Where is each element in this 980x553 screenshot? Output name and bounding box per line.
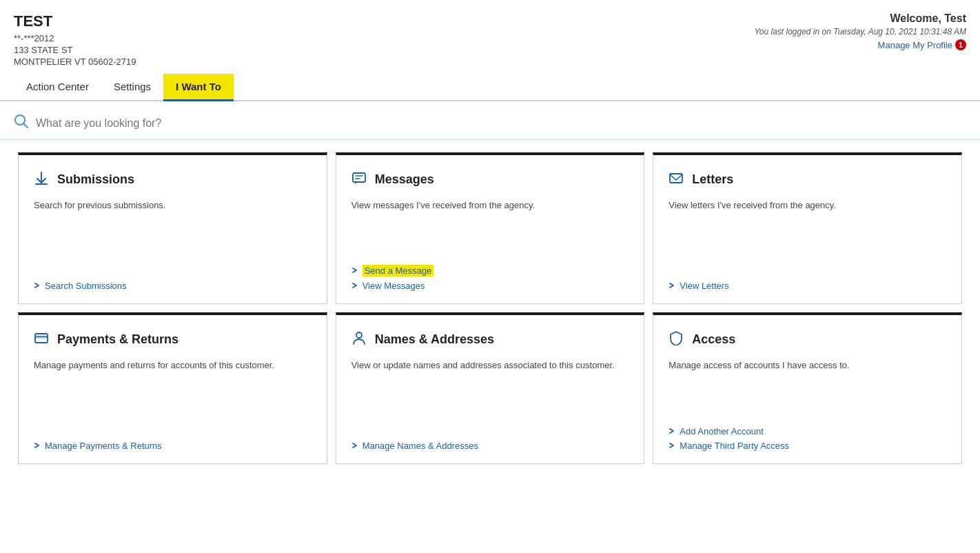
card-header: Submissions [34, 170, 312, 189]
message-icon [351, 170, 367, 189]
notification-badge: 1 [955, 39, 966, 50]
last-login: You last logged in on Tuesday, Aug 10, 2… [754, 27, 966, 37]
link-label: Manage Third Party Access [680, 441, 789, 451]
link-label: View Letters [680, 281, 728, 291]
card-links: Add Another Account Manage Third Party A… [668, 426, 946, 451]
card-description: View letters I've received from the agen… [668, 199, 946, 270]
card-title: Messages [375, 172, 434, 187]
card-description: Manage access of accounts I have access … [668, 359, 946, 415]
card-header: Letters [668, 170, 946, 189]
card-links: Search Submissions [34, 281, 312, 291]
card-description: View or update names and addresses assoc… [351, 359, 629, 430]
link-label: View Messages [363, 281, 425, 291]
card-access: Access Manage access of accounts I have … [653, 312, 962, 464]
svg-point-8 [356, 332, 362, 338]
chevron-icon [351, 267, 358, 275]
link-label: Add Another Account [680, 426, 763, 436]
search-submissions-link[interactable]: Search Submissions [34, 281, 312, 291]
envelope-icon [668, 170, 684, 189]
card-messages: Messages View messages I've received fro… [336, 152, 645, 304]
welcome-text: Welcome, Test [754, 12, 966, 25]
send-message-link[interactable]: Send a Message [351, 265, 629, 276]
add-account-link[interactable]: Add Another Account [668, 426, 946, 436]
shield-icon [668, 330, 684, 349]
card-letters: Letters View letters I've received from … [653, 152, 962, 304]
payment-icon [34, 330, 49, 349]
card-names-addresses: Names & Addresses View or update names a… [336, 312, 645, 464]
chevron-icon [34, 442, 41, 450]
search-wrapper [14, 114, 966, 132]
svg-rect-4 [670, 174, 682, 183]
card-title: Names & Addresses [375, 332, 494, 347]
card-title: Letters [692, 172, 733, 187]
header-left: TEST **-***2012 133 STATE ST MONTPELIER … [14, 12, 136, 67]
card-payments-returns: Payments & Returns Manage payments and r… [18, 312, 327, 464]
account-ein: **-***2012 [14, 33, 136, 43]
person-icon [351, 330, 367, 349]
card-description: Search for previous submissions. [34, 199, 312, 270]
card-description: View messages I've received from the age… [351, 199, 629, 254]
card-header: Messages [351, 170, 629, 189]
header: TEST **-***2012 133 STATE ST MONTPELIER … [0, 0, 980, 74]
card-description: Manage payments and returns for accounts… [34, 359, 312, 430]
chevron-icon [668, 282, 675, 290]
manage-names-link[interactable]: Manage Names & Addresses [351, 441, 629, 451]
chevron-icon [668, 442, 675, 450]
card-links: Manage Names & Addresses [351, 441, 629, 451]
view-letters-link[interactable]: View Letters [668, 281, 946, 291]
link-label: Manage Payments & Returns [45, 441, 162, 451]
address-line2: MONTPELIER VT 05602-2719 [14, 57, 136, 67]
cards-grid: Submissions Search for previous submissi… [0, 140, 980, 476]
card-links: View Letters [668, 281, 946, 291]
manage-profile-section: Manage My Profile 1 [754, 39, 966, 50]
link-label: Manage Names & Addresses [363, 441, 478, 451]
chevron-icon [34, 282, 41, 290]
download-icon [34, 170, 49, 189]
card-title: Submissions [57, 172, 134, 187]
manage-third-party-link[interactable]: Manage Third Party Access [668, 441, 946, 451]
card-title: Access [692, 332, 735, 347]
manage-payments-link[interactable]: Manage Payments & Returns [34, 441, 312, 451]
card-links: Send a Message View Messages [351, 265, 629, 291]
svg-rect-3 [353, 173, 365, 182]
card-header: Names & Addresses [351, 330, 629, 349]
view-messages-link[interactable]: View Messages [351, 281, 629, 291]
card-title: Payments & Returns [57, 332, 178, 347]
card-header: Payments & Returns [34, 330, 312, 349]
nav-action-center[interactable]: Action Center [14, 74, 101, 101]
link-label: Send a Message [363, 265, 434, 276]
nav-settings[interactable]: Settings [101, 74, 163, 101]
chevron-icon [351, 282, 358, 290]
header-right: Welcome, Test You last logged in on Tues… [754, 12, 966, 50]
navigation: Action Center Settings I Want To [0, 74, 980, 101]
card-submissions: Submissions Search for previous submissi… [18, 152, 327, 304]
nav-i-want-to[interactable]: I Want To [163, 74, 234, 101]
card-header: Access [668, 330, 946, 349]
chevron-icon [351, 442, 358, 450]
manage-profile-link[interactable]: Manage My Profile [878, 40, 952, 50]
card-links: Manage Payments & Returns [34, 441, 312, 451]
search-input[interactable] [36, 117, 966, 130]
account-name: TEST [14, 12, 136, 30]
chevron-icon [668, 428, 675, 436]
link-label: Search Submissions [45, 281, 127, 291]
search-icon [14, 114, 29, 132]
search-section [0, 101, 980, 140]
address-line1: 133 STATE ST [14, 45, 136, 55]
svg-line-1 [24, 124, 28, 128]
